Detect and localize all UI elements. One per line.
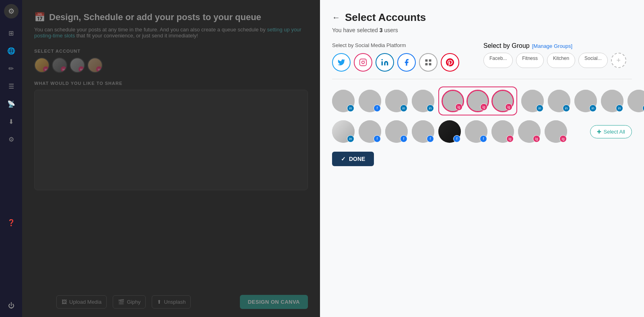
account-2[interactable]: f — [359, 90, 381, 112]
group-filter-section: Select by Group [Manage Groups] Faceb...… — [483, 42, 626, 68]
done-btn[interactable]: ✓ DONE — [332, 152, 374, 166]
account-15[interactable]: f — [465, 120, 487, 143]
account-11-badge: f — [374, 135, 381, 142]
group-facebook[interactable]: Faceb... — [483, 53, 513, 68]
svg-rect-7 — [429, 63, 431, 66]
sidebar-icon-download[interactable]: ⬇ — [4, 114, 19, 129]
account-14[interactable]: f — [438, 120, 461, 143]
sidebar-logo: ⚙ — [4, 4, 19, 19]
account-sel-3-badge: ig — [505, 103, 512, 111]
upload-icon: 🖼 — [62, 299, 67, 305]
account-17-badge: ig — [533, 135, 540, 142]
account-sel-2[interactable]: ig — [466, 90, 489, 112]
upload-media-btn[interactable]: 🖼 Upload Media — [56, 295, 107, 309]
platform-gmb[interactable] — [419, 53, 438, 72]
group-filter-label-row: Select by Group [Manage Groups] — [483, 42, 626, 49]
platform-instagram[interactable] — [354, 53, 372, 72]
bottom-toolbar: 🖼 Upload Media 🎬 Giphy ⬆ Unsplash DESIGN… — [56, 295, 308, 309]
account-13[interactable]: f — [412, 120, 434, 143]
account-1[interactable]: in — [332, 90, 355, 112]
account-18-badge: ig — [559, 135, 567, 142]
back-arrow[interactable]: ← — [332, 13, 340, 22]
avatar-3[interactable]: ig — [70, 58, 85, 73]
account-4[interactable]: in — [412, 90, 434, 112]
select-all-plus-icon: ✚ — [597, 129, 601, 135]
calendar-icon: 📅 — [34, 12, 45, 23]
platform-filter-label: Select by Social Media Platform — [332, 42, 459, 48]
avatar-2-badge: ig — [61, 66, 66, 72]
divider — [332, 79, 632, 79]
group-icons-row: Faceb... Fitness Kitchen Social... + — [483, 53, 626, 68]
group-fitness[interactable]: Fitness — [516, 53, 544, 68]
avatar-4[interactable]: ig — [87, 58, 103, 73]
platform-pinterest[interactable] — [441, 53, 459, 72]
avatar-1-badge: ig — [43, 66, 49, 72]
account-10[interactable]: in — [332, 120, 355, 143]
account-13-badge: f — [427, 135, 434, 142]
accounts-row-2: in f f f f f i — [332, 120, 632, 143]
filter-row: Select by Social Media Platform — [332, 42, 632, 72]
account-12[interactable]: f — [385, 120, 408, 143]
sidebar-icon-power[interactable]: ⏻ — [4, 298, 19, 313]
text-area[interactable] — [34, 90, 308, 190]
account-sel-1[interactable]: ig — [442, 90, 464, 112]
manage-groups-link[interactable]: [Manage Groups] — [532, 43, 572, 49]
account-5[interactable]: in — [521, 90, 544, 112]
account-16-badge: ig — [506, 135, 514, 142]
select-all-btn[interactable]: ✚ Select All — [590, 125, 632, 138]
sidebar-icon-grid[interactable]: ⊞ — [4, 26, 19, 40]
account-16[interactable]: ig — [491, 120, 514, 143]
account-sel-2-badge: ig — [480, 103, 487, 111]
giphy-icon: 🎬 — [118, 299, 124, 305]
svg-rect-5 — [429, 60, 431, 62]
account-6[interactable]: in — [548, 90, 570, 112]
account-7[interactable]: in — [574, 90, 597, 112]
sidebar-icon-help[interactable]: ❓ — [4, 215, 19, 230]
account-8[interactable]: in — [601, 90, 623, 112]
platform-twitter[interactable] — [332, 53, 351, 72]
sidebar-icon-settings[interactable]: ⚙ — [4, 132, 19, 146]
svg-point-3 — [382, 59, 383, 60]
checkmark-icon: ✓ — [341, 156, 346, 162]
sidebar-icon-feed[interactable]: 📡 — [4, 97, 19, 111]
accounts-grid: in f in in ig ig — [332, 86, 632, 143]
sidebar-icon-list[interactable]: ☰ — [4, 79, 19, 93]
avatar-4-badge: ig — [96, 66, 102, 72]
what-share-label: WHAT WOULD YOU LIKE TO SHARE — [34, 81, 308, 86]
right-panel: ← Select Accounts You have selected 3 us… — [320, 0, 644, 317]
account-sel-3[interactable]: ig — [491, 90, 514, 112]
selected-count: You have selected 3 users — [332, 27, 632, 33]
svg-rect-4 — [425, 60, 428, 62]
page-title: 📅 Design, Schedule or add your posts to … — [34, 12, 308, 23]
account-sel-1-badge: ig — [455, 103, 462, 111]
sidebar-icon-compose[interactable]: ✏ — [4, 61, 19, 76]
account-3[interactable]: in — [385, 90, 408, 112]
panel-title: Select Accounts — [345, 11, 426, 24]
account-9[interactable]: in — [627, 90, 644, 112]
group-kitchen[interactable]: Kitchen — [547, 53, 575, 68]
account-11[interactable]: f — [359, 120, 381, 143]
group-add-btn[interactable]: + — [611, 53, 626, 68]
account-17[interactable]: ig — [518, 120, 541, 143]
design-canva-btn[interactable]: DESIGN ON CANVA — [240, 295, 308, 309]
account-10-badge: in — [347, 135, 354, 142]
unsplash-btn[interactable]: ⬆ Unsplash — [152, 295, 191, 309]
sidebar-icon-globe[interactable]: 🌐 — [4, 43, 19, 58]
main-content: 📅 Design, Schedule or add your posts to … — [22, 0, 320, 317]
svg-point-1 — [362, 61, 365, 64]
account-4-badge: in — [427, 105, 434, 112]
platform-facebook[interactable] — [397, 53, 416, 72]
account-1-badge: in — [347, 105, 354, 112]
page-subtitle: You can schedule your posts at any time … — [34, 27, 308, 39]
group-social[interactable]: Social... — [578, 53, 608, 68]
account-3-badge: in — [400, 105, 407, 112]
account-18[interactable]: ig — [545, 120, 567, 143]
account-2-badge: f — [374, 105, 381, 112]
account-8-badge: in — [616, 105, 623, 112]
sidebar: ⚙ ⊞ 🌐 ✏ ☰ 📡 ⬇ ⚙ ❓ ⏻ — [0, 0, 22, 317]
giphy-btn[interactable]: 🎬 Giphy — [113, 295, 146, 309]
avatar-1[interactable]: ig — [34, 58, 50, 73]
avatar-2[interactable]: ig — [52, 58, 67, 73]
avatar-3-badge: ig — [78, 66, 84, 72]
platform-linkedin[interactable] — [376, 53, 394, 72]
